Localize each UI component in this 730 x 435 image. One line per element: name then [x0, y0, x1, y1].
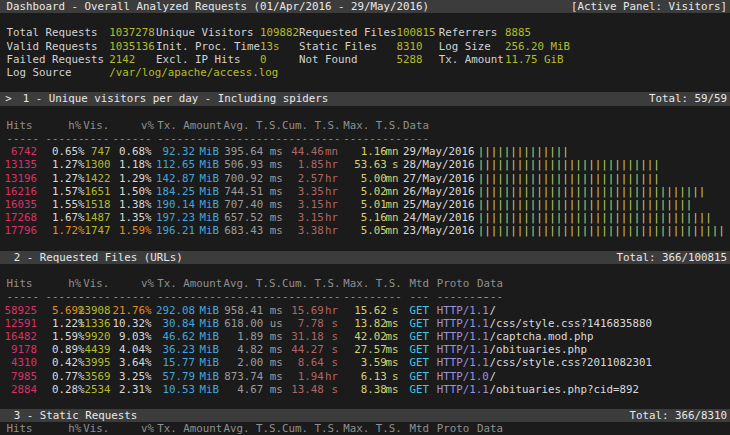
column-divider: ----- — [78, 290, 111, 303]
cell-hits: 17796 — [0, 224, 37, 237]
cell-avg: 506.93 — [218, 158, 264, 171]
cell-v_pct: 3.25% — [112, 370, 151, 383]
column-divider: --- — [410, 290, 430, 303]
panel-total: Total: 366/100815 — [616, 251, 727, 264]
stat-value: 13s — [260, 40, 280, 53]
cell-cum_unit: hr — [325, 198, 338, 211]
table-row[interactable]: 589255.69%2390821.76%292.08MiB958.41ms15… — [0, 304, 730, 317]
cell-max_unit: ms — [385, 356, 398, 369]
cell-avg_unit: ms — [270, 330, 283, 343]
cell-v_pct: 1.18% — [112, 158, 151, 171]
cell-max_unit: ms — [385, 330, 398, 343]
cell-max_unit: ms — [385, 343, 398, 356]
cell-cum_unit: s — [325, 383, 338, 396]
cell-cum: 7.78 — [285, 317, 324, 330]
table-row[interactable]: 131961.27%14221.29%142.87MiB700.92ms2.57… — [0, 172, 730, 185]
cell-path: / — [489, 304, 496, 317]
column-divider: ------ — [112, 290, 151, 303]
cell-tx: 190.14 — [153, 198, 195, 211]
cell-hits: 2884 — [0, 383, 37, 396]
cell-tx_unit: MiB — [200, 185, 220, 198]
table-row[interactable]: 164821.59%99209.03%46.62MiB1.89ms31.18s4… — [0, 330, 730, 343]
cell-v_pct: 3.64% — [112, 356, 151, 369]
column-divider: ---------- — [157, 290, 222, 303]
cell-avg: 1.89 — [218, 330, 264, 343]
panel-header-3[interactable]: 3 - Static RequestsTotal: 366/8310 — [0, 409, 730, 422]
column-divider: --------- — [282, 290, 341, 303]
column-header: h% — [68, 119, 81, 132]
cell-vis: 1422 — [78, 172, 111, 185]
table-row[interactable]: 172681.67%14871.35%197.23MiB657.52ms3.15… — [0, 211, 730, 224]
cell-v_pct: 4.04% — [112, 343, 151, 356]
cell-cum_unit: hr — [325, 304, 338, 317]
cell-hits: 13135 — [0, 158, 37, 171]
column-divider: ------ — [46, 132, 85, 145]
table-row[interactable]: 91780.89%44394.04%36.23MiB4.82ms44.27s27… — [0, 343, 730, 356]
cell-max_unit: ms — [385, 383, 398, 396]
cell-hits: 6742 — [0, 145, 37, 158]
cell-vis: 11336 — [78, 317, 111, 330]
cell-proto: HTTP/1.1 — [437, 383, 489, 396]
cell-max: 1.16 — [348, 145, 387, 158]
cell-max: 13.82 — [348, 317, 387, 330]
stat-value: /var/log/apache/access.log — [109, 66, 278, 79]
cell-path: /css/style.css?2011082301 — [489, 356, 652, 369]
table-row[interactable]: 162161.57%16511.50%184.25MiB744.51ms3.35… — [0, 185, 730, 198]
table-row[interactable]: 125911.22%1133610.32%30.84MiB618.00us7.7… — [0, 317, 730, 330]
panel-header-2[interactable]: 2 - Requested Files (URLs)Total: 366/100… — [0, 251, 730, 264]
panel-header-1[interactable]: >1 - Unique visitors per day - Including… — [0, 92, 730, 105]
titlebar-title: Dashboard - Overall Analyzed Requests (0… — [7, 0, 430, 13]
column-header: Mtd — [410, 422, 430, 435]
cell-tx: 292.08 — [153, 304, 195, 317]
stat-label: Not Found — [299, 53, 358, 66]
cell-vis: 1300 — [78, 158, 111, 171]
cell-cum_unit: hr — [325, 370, 338, 383]
column-header: Tx. Amount — [157, 119, 222, 132]
stat-label: Init. Proc. Time — [156, 40, 260, 53]
column-divider-row: ----------------------------------------… — [0, 132, 730, 145]
cell-cum: 2.57 — [285, 172, 324, 185]
column-header: Vis. — [83, 422, 109, 435]
table-row[interactable]: 43100.42%39953.64%15.77MiB2.00ms8.64s3.5… — [0, 356, 730, 369]
table-row[interactable]: 160351.55%15181.38%190.14MiB707.40ms3.15… — [0, 198, 730, 211]
usage-bar: ||||||||||||||||||||||||||||||||| — [478, 198, 693, 211]
table-row[interactable]: 131351.27%13001.18%112.65MiB506.93ms1.85… — [0, 158, 730, 171]
column-divider: ------ — [112, 132, 151, 145]
column-header: Max. T.S. — [343, 277, 402, 290]
usage-bar: |||||||||||||||||||||||||||| — [478, 158, 660, 171]
table-row[interactable]: 28840.28%25342.31%10.53MiB4.67ms13.48s8.… — [0, 383, 730, 396]
panel-title: 3 - Static Requests — [14, 409, 138, 422]
column-header: Tx. Amount — [157, 277, 222, 290]
cell-max: 5.01 — [348, 198, 387, 211]
cell-avg: 683.43 — [218, 224, 264, 237]
cell-proto: HTTP/1.1 — [437, 330, 489, 343]
cell-tx: 36.23 — [153, 343, 195, 356]
cell-method: GET — [410, 317, 430, 330]
table-row[interactable]: 67420.65%7470.68%92.32MiB395.64ms44.46mn… — [0, 145, 730, 158]
cell-hits: 16035 — [0, 198, 37, 211]
table-row[interactable]: 79850.77%35693.25%57.79MiB873.74ms1.94hr… — [0, 370, 730, 383]
usage-bar: ||||||||||||||||||||||||||||||||||| — [478, 185, 706, 198]
usage-bar: |||||||||||||||||||||||||||||||||||||| — [478, 224, 725, 237]
cell-vis: 4439 — [78, 343, 111, 356]
cell-path: / — [489, 370, 496, 383]
cell-vis: 2534 — [78, 383, 111, 396]
table-row[interactable]: 177961.72%17471.59%196.21MiB683.43ms3.38… — [0, 224, 730, 237]
cell-avg: 873.74 — [218, 370, 264, 383]
cell-cum: 3.38 — [285, 224, 324, 237]
column-divider: ----- — [7, 290, 40, 303]
stat-value: 1037278 — [109, 26, 155, 39]
cell-vis: 3995 — [78, 356, 111, 369]
cell-cum: 8.64 — [285, 356, 324, 369]
cell-date: 24/May/2016 — [403, 211, 475, 224]
column-divider: ----- — [7, 132, 40, 145]
panel-cursor-icon: > — [5, 92, 12, 105]
cell-v_pct: 21.76% — [112, 304, 151, 317]
cell-date: 26/May/2016 — [403, 185, 475, 198]
cell-tx_unit: MiB — [200, 198, 220, 211]
cell-proto: HTTP/1.1 — [437, 343, 489, 356]
cell-tx_unit: MiB — [200, 224, 220, 237]
cell-avg_unit: us — [270, 317, 283, 330]
column-divider: --------- — [343, 132, 402, 145]
cell-vis: 9920 — [78, 330, 111, 343]
